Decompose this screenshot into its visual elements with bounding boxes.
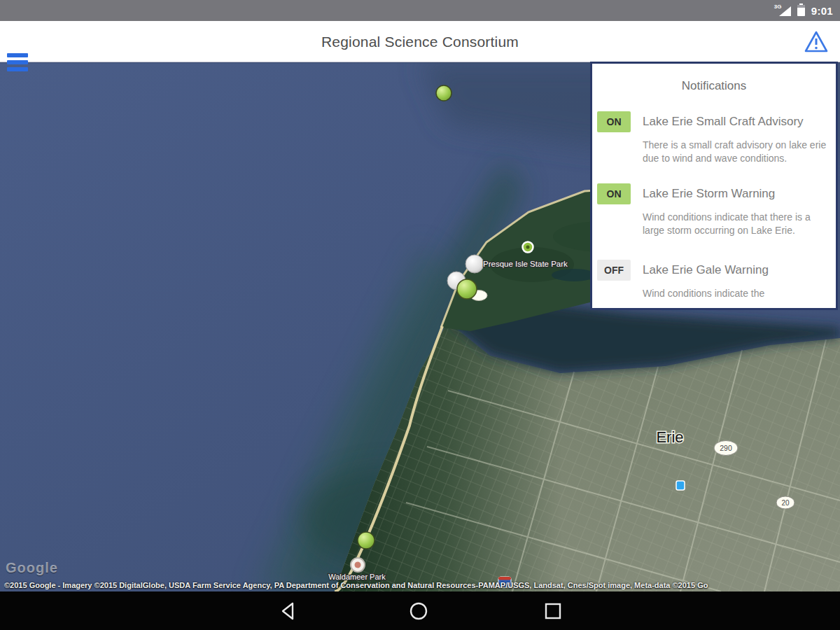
android-navigation-bar	[0, 592, 840, 630]
route-shield-20: 20	[776, 496, 794, 509]
status-clock: 9:01	[811, 5, 833, 17]
toggle-storm-warning[interactable]: ON	[597, 183, 631, 204]
waldameer-poi-icon[interactable]	[351, 558, 365, 572]
notification-title: Lake Erie Storm Warning	[643, 187, 775, 201]
app-header: Regional Science Consortium	[0, 21, 840, 62]
notification-description: Wind conditions indicate that there is a…	[643, 211, 833, 237]
notifications-panel-title: Notifications	[592, 79, 836, 93]
svg-text:20: 20	[781, 499, 790, 507]
notification-description: There is a small craft advisory on lake …	[643, 139, 833, 165]
station-marker-green-park[interactable]	[457, 279, 477, 299]
city-label-erie: Erie	[656, 428, 683, 446]
alerts-button[interactable]	[802, 28, 830, 56]
station-marker-ringed-dot[interactable]	[523, 242, 533, 253]
station-marker-green-shore[interactable]	[358, 532, 374, 549]
recents-icon	[542, 600, 564, 622]
svg-text:290: 290	[720, 444, 732, 452]
google-watermark: Google	[6, 560, 58, 576]
home-icon	[407, 600, 430, 622]
notification-description: Wind conditions indicate the	[643, 287, 833, 300]
map-attribution: ©2015 Google - Imagery ©2015 DigitalGlob…	[4, 581, 840, 589]
recent-apps-button[interactable]	[542, 600, 564, 622]
notification-row-gale-warning: OFF Lake Erie Gale Warning	[597, 260, 836, 281]
status-bar: 3G 9:01	[0, 0, 840, 21]
notification-title: Lake Erie Gale Warning	[643, 263, 769, 277]
cellular-signal-icon: 3G	[776, 5, 791, 16]
toggle-small-craft-advisory[interactable]: ON	[597, 111, 631, 132]
notifications-panel: Notifications ON Lake Erie Small Craft A…	[590, 62, 838, 310]
waldameer-label: Waldameer Park	[328, 573, 386, 581]
station-marker-green-offshore[interactable]	[436, 85, 451, 101]
toggle-gale-warning[interactable]: OFF	[597, 260, 631, 281]
station-marker-white-1[interactable]	[465, 255, 484, 273]
warning-triangle-icon	[802, 28, 830, 56]
back-button[interactable]	[277, 600, 300, 622]
transit-poi-icon[interactable]	[676, 481, 685, 490]
notification-row-storm-warning: ON Lake Erie Storm Warning	[597, 183, 836, 204]
battery-icon	[797, 5, 805, 16]
notification-row-small-craft: ON Lake Erie Small Craft Advisory	[597, 111, 836, 132]
back-icon	[277, 600, 300, 622]
page-title: Regional Science Consortium	[0, 21, 840, 62]
home-button[interactable]	[407, 600, 430, 622]
park-label: Presque Isle State Park	[483, 260, 568, 268]
notification-title: Lake Erie Small Craft Advisory	[643, 115, 804, 129]
route-shield-290: 290	[714, 441, 738, 456]
